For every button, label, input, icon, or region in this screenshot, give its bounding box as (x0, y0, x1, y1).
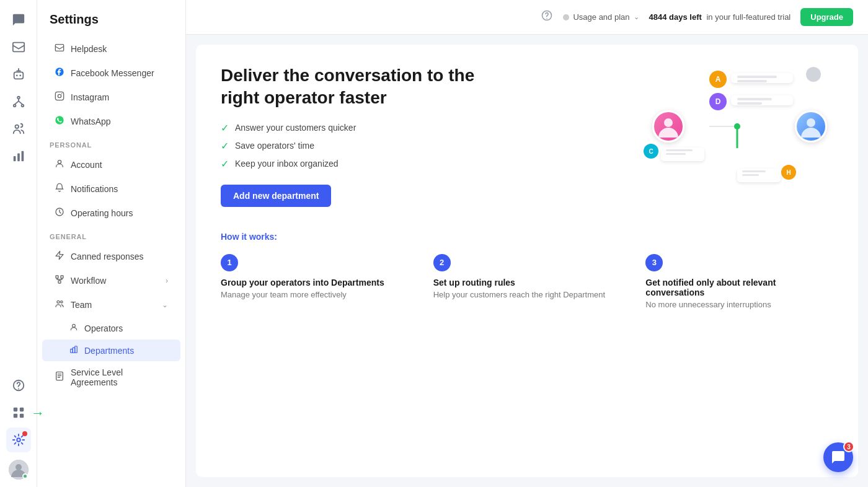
how-it-works-label: How it works: (221, 232, 833, 242)
sidebar-title: Settings (37, 12, 185, 37)
iconbar-contacts[interactable] (6, 116, 31, 141)
svg-point-42 (734, 123, 740, 129)
sidebar-item-operating-hours[interactable]: Operating hours (42, 201, 180, 225)
hero-point-2: ✓ Save operators' time (221, 140, 610, 152)
sidebar-item-canned-responses[interactable]: Canned responses (42, 245, 180, 268)
sidebar-item-facebook[interactable]: Facebook Messenger (42, 61, 180, 85)
team-icon (55, 299, 64, 311)
check-icon-1: ✓ (221, 122, 229, 134)
instagram-icon (55, 91, 64, 103)
content-area: Deliver the conversation to the right op… (196, 45, 858, 477)
svg-rect-30 (58, 281, 61, 283)
sidebar-item-operators[interactable]: Operators (42, 317, 180, 339)
svg-point-19 (16, 464, 22, 470)
iconbar-settings[interactable] (6, 428, 31, 452)
account-icon (55, 159, 64, 171)
svg-point-39 (547, 18, 548, 19)
sidebar-item-instagram[interactable]: Instagram (42, 86, 180, 109)
svg-rect-1 (14, 72, 23, 79)
svg-rect-14 (19, 408, 23, 411)
team-chevron-icon: ⌄ (162, 301, 168, 309)
trial-text: 4844 days left in your full-featured tri… (649, 12, 791, 22)
usage-plan-dropdown[interactable]: Usage and plan ⌄ (563, 12, 639, 22)
svg-point-7 (15, 125, 19, 129)
svg-point-31 (57, 301, 60, 303)
plan-chevron-icon: ⌄ (634, 13, 639, 21)
hero-point-1: ✓ Answer your customers quicker (221, 122, 610, 134)
hero-point-3: ✓ Keep your inbox organized (221, 158, 610, 170)
svg-point-12 (18, 388, 19, 390)
hero-text: Deliver the conversation to the right op… (221, 64, 610, 207)
sidebar-item-helpdesk[interactable]: Helpdesk (42, 37, 180, 61)
illus-avatar-right (795, 110, 827, 143)
personal-section-label: PERSONAL (37, 134, 185, 152)
main-content: Usage and plan ⌄ 4844 days left in your … (186, 0, 868, 487)
notifications-icon (55, 183, 64, 195)
sidebar-item-sla[interactable]: Service Level Agreements (42, 362, 180, 393)
departments-icon (69, 345, 78, 356)
operators-label: Operators (84, 323, 123, 333)
sidebar-item-account[interactable]: Account (42, 153, 180, 177)
settings-notification-dot (22, 431, 27, 436)
chat-widget[interactable]: 3 (823, 442, 853, 472)
steps-container: 1 Group your operators into Departments … (221, 254, 833, 309)
top-bar: Usage and plan ⌄ 4844 days left in your … (186, 0, 868, 35)
iconbar-org[interactable] (6, 89, 31, 114)
iconbar-inbox[interactable] (6, 35, 31, 59)
svg-rect-9 (17, 153, 20, 161)
icon-bar: → (0, 0, 37, 487)
facebook-label: Facebook Messenger (71, 68, 154, 78)
iconbar-logo[interactable] (6, 7, 31, 32)
sla-label: Service Level Agreements (71, 367, 168, 387)
step-2: 2 Set up routing rules Help your custome… (433, 254, 621, 309)
hero-illustration: A D (635, 64, 833, 188)
how-it-works-section: How it works: 1 Group your operators int… (221, 232, 833, 309)
sidebar: Settings Helpdesk Facebook Messenger Ins… (37, 0, 186, 487)
sidebar-item-whatsapp[interactable]: WhatsApp (42, 110, 180, 133)
general-section-label: GENERAL (37, 226, 185, 244)
step-2-title: Set up routing rules (433, 278, 621, 287)
iconbar-reports[interactable] (6, 144, 31, 169)
operators-icon (69, 323, 78, 333)
step-3: 3 Get notified only about relevant conve… (645, 254, 833, 309)
illus-avatar-left (652, 110, 684, 143)
svg-point-24 (61, 94, 63, 95)
sidebar-item-workflow[interactable]: Workflow › (42, 269, 180, 292)
iconbar-bot[interactable] (6, 62, 31, 87)
online-indicator (22, 473, 28, 479)
help-icon[interactable] (541, 9, 553, 25)
svg-point-43 (664, 118, 673, 127)
sidebar-item-notifications[interactable]: Notifications (42, 177, 180, 201)
illus-msg-4 (737, 169, 781, 182)
svg-rect-0 (12, 43, 24, 52)
svg-point-25 (55, 116, 63, 124)
upgrade-button[interactable]: Upgrade (800, 8, 853, 26)
facebook-icon (55, 67, 64, 79)
chat-badge: 3 (843, 441, 854, 452)
svg-point-3 (19, 74, 21, 76)
whatsapp-label: WhatsApp (71, 116, 111, 126)
sla-icon (55, 371, 64, 384)
plan-dot (563, 14, 569, 20)
departments-label: Departments (84, 346, 134, 356)
svg-rect-13 (13, 408, 17, 411)
user-avatar[interactable] (9, 460, 29, 480)
illus-circle-h: H (781, 165, 796, 180)
illus-msg-3 (661, 147, 704, 161)
svg-point-33 (73, 324, 76, 327)
iconbar-apps[interactable] (6, 400, 31, 425)
notifications-label: Notifications (71, 184, 118, 194)
team-label: Team (71, 300, 92, 310)
sidebar-item-team[interactable]: Team ⌄ (42, 293, 180, 317)
svg-point-32 (61, 301, 63, 303)
iconbar-hints[interactable] (6, 373, 31, 398)
workflow-chevron-icon: › (166, 276, 168, 285)
sidebar-item-departments[interactable]: Departments (42, 340, 180, 361)
svg-rect-20 (55, 45, 63, 51)
svg-point-2 (16, 74, 17, 76)
helpdesk-label: Helpdesk (71, 44, 107, 54)
add-department-button[interactable]: Add new department (221, 185, 331, 207)
step-3-desc: No more unnecessary interruptions (645, 300, 833, 309)
svg-rect-22 (55, 92, 63, 100)
svg-point-5 (13, 105, 16, 107)
